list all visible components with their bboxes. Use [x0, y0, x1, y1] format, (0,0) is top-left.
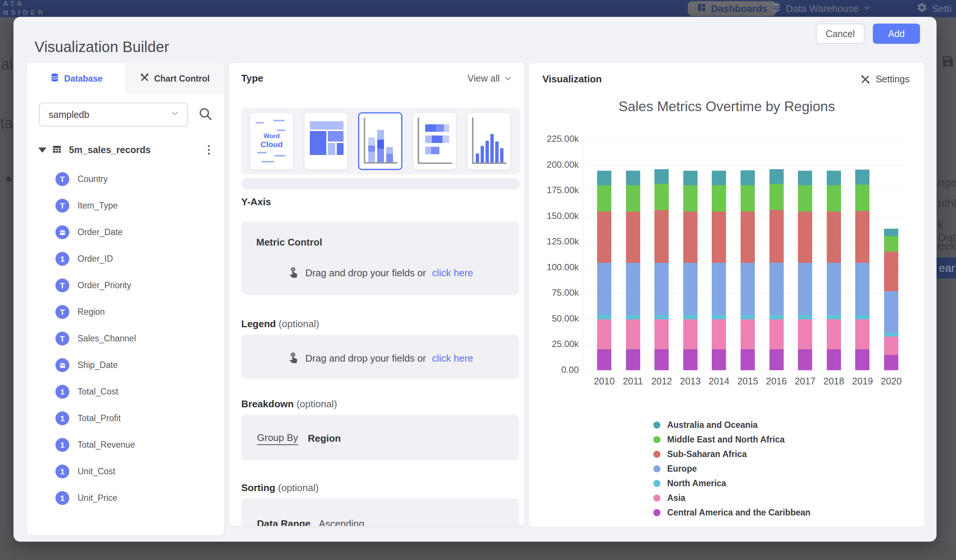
nav-data-warehouse-label: Data Warehouse [786, 3, 859, 15]
stacked-bar-2012 [654, 139, 669, 370]
legend-dropzone[interactable]: Drag and drop your fields or click here [241, 335, 519, 379]
sorting-heading: Sorting (optional) [241, 482, 319, 494]
chart-type-card-treemap[interactable] [304, 112, 348, 170]
legend-item[interactable]: Central America and the Caribbean [653, 505, 811, 520]
bar-segment [712, 315, 726, 319]
bar-segment [741, 349, 755, 370]
legend-item[interactable]: Europe [653, 461, 811, 476]
bar-segment [827, 349, 841, 370]
chart-type-card-word-cloud[interactable]: Word Cloud [250, 112, 294, 170]
bar-segment [884, 337, 898, 355]
bar-segment [798, 263, 812, 315]
bar-segment [855, 185, 870, 211]
number-field-icon: 1 [55, 411, 69, 425]
stacked-bar-2013 [683, 139, 698, 370]
nav-dashboards-label: Dashboards [711, 3, 767, 15]
metric-control-dropzone[interactable]: Metric Control Drag and drop your fields… [241, 221, 519, 295]
bar-segment [741, 319, 755, 349]
bar-segment [798, 171, 812, 186]
field-item-order_date[interactable]: Order_Date [27, 219, 224, 246]
field-label: Order_Priority [77, 280, 131, 290]
group-by-control[interactable]: Group By [257, 432, 298, 445]
click-here-link[interactable]: click here [432, 267, 473, 279]
field-item-item_type[interactable]: TItem_Type [27, 192, 224, 219]
search-icon[interactable] [198, 106, 213, 123]
field-item-order_id[interactable]: 1Order_ID [27, 246, 224, 272]
group-by-value[interactable]: Region [308, 433, 341, 444]
legend-item[interactable]: Sub-Saharan Africa [653, 447, 811, 461]
background-bullet [6, 177, 11, 182]
field-item-sales_channel[interactable]: TSales_Channel [27, 325, 224, 352]
y-axis-tick-label: 125.00k [538, 236, 579, 247]
field-item-country[interactable]: TCountry [27, 166, 224, 192]
sorting-order[interactable]: Ascending [319, 518, 364, 526]
chart-type-scrollbar[interactable] [241, 178, 520, 190]
field-item-unit_price[interactable]: 1Unit_Price [27, 485, 224, 511]
field-label: Ship_Date [77, 360, 118, 370]
tree-collapse-caret[interactable] [38, 147, 46, 153]
field-label: Order_ID [77, 254, 113, 264]
bar-segment [884, 333, 898, 336]
database-select[interactable]: sampledb [39, 103, 188, 127]
metric-control-title: Metric Control [256, 237, 322, 248]
logo-line2: NSIDER [3, 8, 46, 17]
bar-segment [654, 263, 669, 315]
chart-type-card-column[interactable] [467, 112, 511, 170]
bar-segment [654, 319, 669, 349]
bar-segment [597, 263, 612, 315]
field-item-order_priority[interactable]: TOrder_Priority [27, 272, 224, 299]
database-panel: Database Chart Control sampledb [27, 63, 224, 535]
bar-segment [798, 185, 812, 212]
field-item-total_revenue[interactable]: 1Total_Revenue [27, 431, 224, 458]
legend-item[interactable]: Asia [653, 491, 811, 505]
legend-label: Australia and Oceania [667, 420, 758, 430]
breakdown-heading: Breakdown (optional) [241, 398, 337, 410]
cancel-button[interactable]: Cancel [816, 24, 865, 44]
background-text-fragment: al [1, 55, 13, 74]
chart-type-card-stacked-column[interactable] [358, 112, 403, 170]
sorting-field[interactable]: Data Range [257, 518, 311, 526]
table-name[interactable]: 5m_sales_records [69, 144, 199, 155]
chart-type-card-stacked-bar[interactable] [412, 112, 457, 170]
bar-segment [827, 171, 841, 186]
field-item-total_cost[interactable]: 1Total_Cost [27, 378, 224, 405]
field-label: Unit_Price [77, 493, 117, 503]
bar-segment [683, 315, 698, 319]
field-label: Total_Profit [77, 413, 121, 424]
background-text-fragment: eekly [938, 240, 956, 252]
nav-settings[interactable]: Setti [916, 0, 951, 17]
nav-data-warehouse[interactable]: Data Warehouse [771, 0, 871, 17]
legend-item[interactable]: Australia and Oceania [653, 418, 811, 432]
tab-chart-control[interactable]: Chart Control [126, 63, 224, 94]
add-button[interactable]: Add [873, 24, 920, 44]
stacked-bar-2018 [827, 139, 841, 370]
type-heading: Type [241, 73, 263, 84]
legend-item[interactable]: Middle East and North Africa [653, 432, 811, 447]
chart-settings-label: Settings [876, 74, 910, 85]
field-item-ship_date[interactable]: Ship_Date [27, 352, 224, 378]
nav-dashboards[interactable]: Dashboards [688, 1, 776, 16]
bar-segment [654, 169, 669, 184]
tap-hand-icon [287, 351, 299, 366]
legend-item[interactable]: North America [653, 476, 811, 491]
field-item-unit_cost[interactable]: 1Unit_Cost [27, 458, 224, 485]
background-text-fragment: nge [938, 176, 956, 189]
word-cloud-thumbnail: Word Cloud [250, 113, 293, 169]
bar-segment [626, 212, 640, 263]
tab-database[interactable]: Database [27, 63, 126, 94]
table-menu-kebab-icon[interactable] [204, 144, 214, 156]
field-item-total_profit[interactable]: 1Total_Profit [27, 405, 224, 431]
legend-color-dot [653, 465, 660, 472]
stacked-bar-chart: 0.0025.00k50.00k75.00k100.00k125.00k150.… [583, 139, 904, 370]
view-all-button[interactable]: View all [467, 73, 513, 84]
chart-settings-button[interactable]: Settings [860, 74, 910, 85]
click-here-link[interactable]: click here [432, 353, 473, 364]
table-icon [52, 144, 62, 156]
number-field-icon: 1 [55, 464, 69, 478]
text-field-icon: T [55, 279, 69, 292]
field-item-region[interactable]: TRegion [27, 299, 224, 325]
field-label: Total_Cost [77, 387, 118, 397]
y-axis-tick-label: 175.00k [538, 185, 579, 195]
bar-segment [741, 170, 755, 185]
bar-segment [683, 212, 698, 263]
